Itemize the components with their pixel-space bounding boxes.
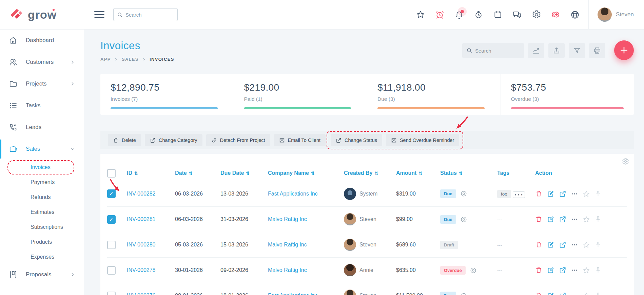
timer-icon[interactable] [474, 10, 483, 19]
open-icon[interactable] [559, 216, 566, 223]
invoice-id-link[interactable]: INV-000276 [127, 293, 175, 295]
gear-icon[interactable] [532, 10, 541, 19]
quick-add-icon[interactable] [551, 10, 560, 19]
eye-icon[interactable] [460, 216, 467, 223]
delete-icon[interactable] [535, 241, 543, 248]
invoice-id-link[interactable]: INV-000282 [127, 191, 175, 197]
favorite-icon[interactable] [583, 241, 590, 248]
sidebar-item-projects[interactable]: Projects [0, 73, 84, 95]
more-tags-button[interactable]: ● ● ● [513, 191, 525, 198]
logo[interactable]: grow [0, 0, 84, 29]
breadcrumb-sales[interactable]: SALES [122, 57, 139, 62]
edit-icon[interactable] [547, 241, 554, 248]
pin-icon[interactable] [594, 190, 602, 198]
column-header-due-date[interactable]: Due Date⇅ [220, 170, 268, 176]
row-checkbox[interactable]: ✓ [107, 215, 116, 224]
invoice-id-link[interactable]: INV-000280 [127, 242, 175, 248]
delete-button[interactable]: Delete [108, 134, 141, 146]
delete-icon[interactable] [535, 190, 543, 198]
detach-from-project-button[interactable]: Detach From Project [206, 134, 270, 146]
sidebar-item-payments[interactable]: Payments [0, 175, 84, 190]
row-checkbox[interactable] [107, 266, 116, 275]
eye-icon[interactable] [460, 190, 467, 197]
table-search[interactable] [462, 43, 524, 58]
sidebar-item-dashboard[interactable]: Dashboard [0, 30, 84, 51]
edit-icon[interactable] [547, 292, 554, 295]
eye-icon[interactable] [470, 267, 477, 274]
add-invoice-button[interactable] [614, 40, 634, 60]
more-icon[interactable] [571, 190, 578, 198]
globe-icon[interactable] [570, 10, 580, 19]
favorite-icon[interactable] [583, 190, 590, 198]
select-all-checkbox[interactable] [107, 169, 116, 178]
pin-icon[interactable] [594, 241, 602, 248]
sidebar-item-invoices[interactable]: Invoices [0, 160, 84, 175]
change-category-button[interactable]: Change Category [145, 134, 202, 146]
eye-icon[interactable] [460, 292, 467, 295]
global-search[interactable] [113, 8, 178, 21]
table-settings-icon[interactable] [622, 158, 629, 165]
column-header-created-by[interactable]: Created By⇅ [344, 170, 396, 176]
company-link[interactable]: Fast Applications Inc [268, 191, 344, 197]
more-icon[interactable] [571, 266, 578, 274]
favorite-icon[interactable] [583, 216, 590, 223]
company-link[interactable]: Malvo Raftig Inc [268, 267, 344, 273]
calendar-icon[interactable] [493, 10, 502, 19]
delete-icon[interactable] [535, 292, 543, 295]
breadcrumb-app[interactable]: APP [100, 57, 111, 62]
tag-chip[interactable]: foo [497, 190, 511, 198]
filter-icon[interactable] [569, 43, 585, 58]
more-icon[interactable] [571, 241, 578, 248]
pin-icon[interactable] [594, 216, 602, 223]
row-checkbox[interactable]: ✓ [107, 189, 116, 198]
sidebar-item-subscriptions[interactable]: Subscriptions [0, 220, 84, 235]
row-checkbox[interactable] [107, 292, 116, 295]
email-to-client-button[interactable]: Email To Client [274, 134, 326, 146]
column-header-amount[interactable]: Amount⇅ [396, 170, 440, 176]
pin-icon[interactable] [594, 292, 602, 295]
table-search-input[interactable] [475, 48, 519, 54]
sidebar-item-tasks[interactable]: Tasks [0, 95, 84, 116]
sidebar-item-proposals[interactable]: Proposals [0, 264, 84, 285]
menu-icon[interactable] [94, 11, 104, 18]
alarm-icon[interactable] [435, 10, 444, 19]
edit-icon[interactable] [547, 216, 554, 223]
change-status-button[interactable]: Change Status [331, 134, 382, 146]
export-icon[interactable] [548, 43, 565, 58]
invoice-id-link[interactable]: INV-000281 [127, 216, 175, 222]
sidebar-item-estimates[interactable]: Estimates [0, 205, 84, 220]
company-link[interactable]: Malvo Raftig Inc [268, 242, 344, 248]
column-header-company[interactable]: Company Name⇅ [268, 170, 344, 176]
more-icon[interactable] [571, 292, 578, 295]
open-icon[interactable] [559, 241, 566, 248]
user-menu[interactable]: Steven [589, 7, 634, 22]
delete-icon[interactable] [535, 216, 543, 223]
send-overdue-reminder-button[interactable]: Send Overdue Reminder [386, 134, 459, 146]
column-header-date[interactable]: Date⇅ [175, 170, 220, 176]
open-icon[interactable] [559, 266, 566, 274]
print-icon[interactable] [589, 43, 605, 58]
more-icon[interactable] [571, 216, 578, 223]
sidebar-item-sales[interactable]: Sales [0, 138, 84, 160]
favorite-icon[interactable] [583, 266, 590, 274]
edit-icon[interactable] [547, 190, 554, 198]
sidebar-item-refunds[interactable]: Refunds [0, 190, 84, 205]
open-icon[interactable] [559, 292, 566, 295]
company-link[interactable]: Malvo Raftig Inc [268, 216, 344, 222]
bell-icon[interactable] [454, 10, 464, 19]
delete-icon[interactable] [535, 266, 543, 274]
star-icon[interactable] [416, 10, 425, 19]
chart-icon[interactable] [528, 43, 544, 58]
company-link[interactable]: Fast Applications Inc [268, 293, 344, 295]
row-checkbox[interactable] [107, 241, 116, 249]
column-header-id[interactable]: ID⇅ [127, 170, 175, 176]
sidebar-item-customers[interactable]: Customers [0, 51, 84, 73]
sidebar-item-leads[interactable]: Leads [0, 116, 84, 138]
open-icon[interactable] [559, 190, 566, 198]
invoice-id-link[interactable]: INV-000278 [127, 267, 175, 273]
favorite-icon[interactable] [583, 292, 590, 295]
edit-icon[interactable] [547, 266, 554, 274]
chat-icon[interactable] [512, 10, 522, 19]
search-input[interactable] [125, 12, 170, 18]
pin-icon[interactable] [594, 266, 602, 274]
